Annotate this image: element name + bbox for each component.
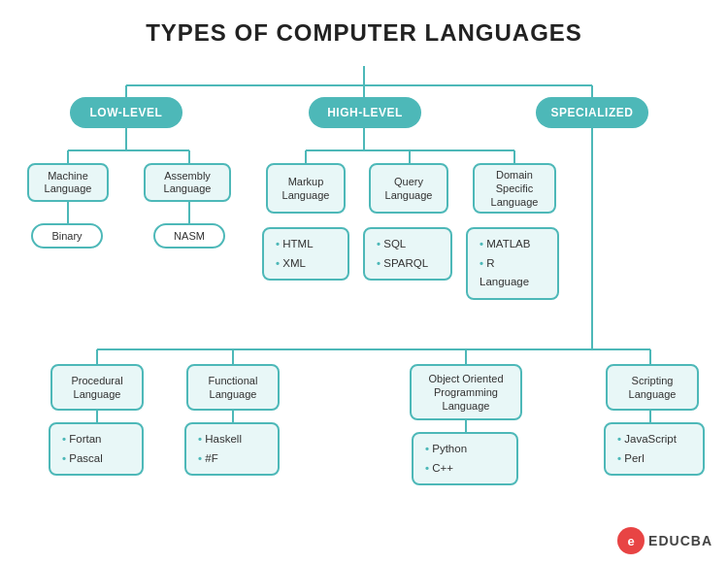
educba-icon: e [617,527,645,554]
binary-pill: Binary [31,223,103,249]
high-level-label: HIGH-LEVEL [309,97,421,128]
markup-language-box: MarkupLanguage [266,163,346,214]
specialized-label: SPECIALIZED [536,97,648,128]
procedural-language-box: ProceduralLanguage [50,364,144,411]
oop-bullets: Python C++ [412,432,518,485]
functional-language-box: FunctionalLanguage [186,364,280,411]
functional-bullets: Haskell #F [184,422,280,476]
markup-bullets: HTML XML [262,227,349,281]
domain-bullets: MATLAB R Language [466,227,559,300]
scripting-language-box: ScriptingLanguage [606,364,699,411]
main-title: TYPES OF COMPUTER LANGUAGES [0,8,728,54]
educba-logo: e EDUCBA [617,527,712,554]
connector-lines [0,0,728,564]
oop-box: Object OrientedProgrammingLanguage [410,364,522,420]
nasm-pill: NASM [153,223,225,249]
domain-specific-language-box: DomainSpecificLanguage [473,163,556,214]
machine-language-box: MachineLanguage [27,163,109,202]
scripting-bullets: JavaScript Perl [604,422,705,476]
query-language-box: QueryLanguage [369,163,448,214]
assembly-language-box: AssemblyLanguage [144,163,231,202]
low-level-label: LOW-LEVEL [70,97,182,128]
diagram: TYPES OF COMPUTER LANGUAGES [0,0,728,564]
procedural-bullets: Fortan Pascal [49,422,144,476]
educba-text: EDUCBA [648,533,712,548]
query-bullets: SQL SPARQL [363,227,452,281]
